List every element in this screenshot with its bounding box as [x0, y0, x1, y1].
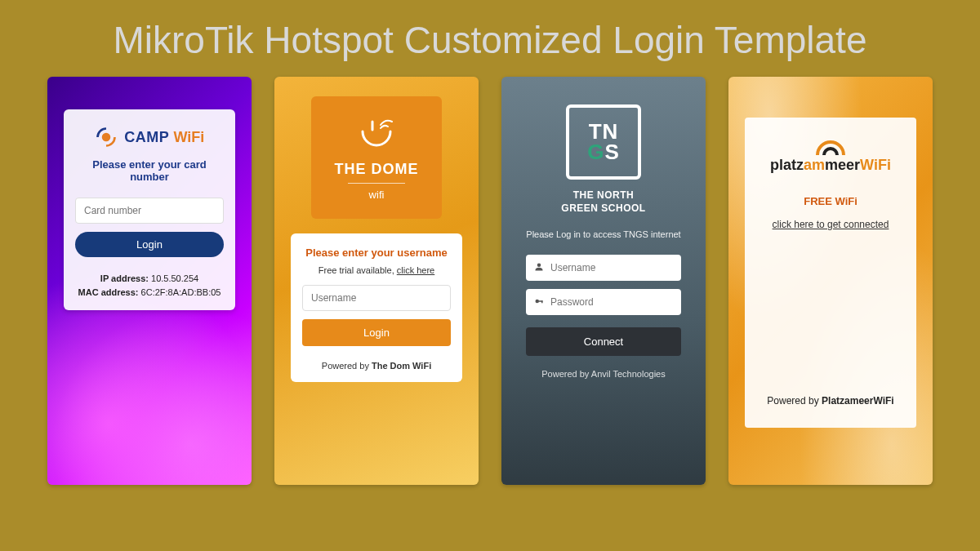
wifi-circle-icon: [95, 129, 121, 143]
card-number-prompt: Please enter your card number: [75, 158, 224, 183]
powered-name: PlatzameerWiFi: [822, 395, 894, 407]
badge-title: THE DOME: [334, 161, 418, 178]
username-prompt: Please enter your username: [302, 247, 451, 259]
password-input[interactable]: [550, 296, 673, 308]
free-trial-link[interactable]: click here: [397, 265, 434, 275]
ip-value: 10.5.50.254: [151, 273, 198, 283]
connect-link[interactable]: click here to get connected: [756, 219, 905, 230]
svg-point-0: [102, 133, 111, 142]
smile-wifi-icon: [356, 115, 397, 154]
connect-button[interactable]: Connect: [526, 327, 681, 356]
template-platzameer: platzammeerWiFi FREE WiFi click here to …: [728, 77, 933, 485]
powered-by: Powered by PlatzameerWiFi: [756, 395, 905, 407]
free-wifi-label: FREE WiFi: [756, 195, 905, 207]
username-input[interactable]: [302, 285, 451, 311]
login-prompt: Please Log in to access TNGS internet: [526, 229, 680, 239]
network-info: IP address: 10.5.50.254 MAC address: 6C:…: [75, 272, 224, 299]
powered-name: The Dom WiFi: [372, 361, 431, 371]
school-name: THE NORTH GREEN SCHOOL: [561, 189, 645, 215]
tngs-logo: TN GS: [566, 104, 641, 180]
mac-value: 6C:2F:8A:AD:BB:05: [141, 287, 221, 297]
template-camp-wifi: CAMP WiFi Please enter your card number …: [47, 77, 252, 485]
user-icon: [534, 260, 550, 275]
powered-prefix: Powered by: [767, 395, 822, 407]
page-title: MikroTik Hotspot Customized Login Templa…: [0, 0, 980, 77]
ip-label: IP address:: [100, 273, 151, 283]
card-number-input[interactable]: [75, 198, 224, 224]
login-card: CAMP WiFi Please enter your card number …: [64, 109, 235, 310]
camp-logo: CAMP WiFi: [75, 126, 224, 149]
brand-wifi: WiFi: [860, 157, 891, 173]
template-tngs: TN GS THE NORTH GREEN SCHOOL Please Log …: [501, 77, 706, 485]
dome-badge: THE DOME wifi: [311, 96, 442, 219]
badge-divider: [348, 183, 405, 184]
key-icon: [534, 295, 550, 309]
brand-platz: platz: [770, 157, 804, 173]
username-field[interactable]: [526, 255, 681, 281]
template-the-dome: THE DOME wifi Please enter your username…: [274, 77, 479, 485]
login-card: Please enter your username Free trial av…: [291, 233, 462, 382]
school-line2: GREEN SCHOOL: [561, 202, 645, 214]
free-trial-text: Free trial available, click here: [302, 265, 451, 275]
brand-logo: platzammeerWiFi: [756, 157, 905, 174]
logo-s: S: [604, 140, 619, 164]
brand-am: am: [804, 157, 825, 173]
login-card: platzammeerWiFi FREE WiFi click here to …: [745, 118, 916, 428]
powered-by: Powered by Anvil Technologies: [541, 369, 665, 379]
school-line1: THE NORTH: [573, 189, 635, 201]
badge-sub: wifi: [369, 189, 385, 201]
login-button[interactable]: Login: [302, 319, 451, 346]
password-field[interactable]: [526, 289, 681, 315]
brand-word-wifi: WiFi: [173, 129, 204, 145]
svg-rect-4: [541, 300, 543, 303]
brand-word-camp: CAMP: [124, 129, 173, 145]
login-button[interactable]: Login: [75, 232, 224, 257]
username-input[interactable]: [550, 262, 673, 273]
logo-g: G: [587, 140, 604, 164]
mac-label: MAC address:: [78, 287, 141, 297]
powered-prefix: Powered by: [322, 361, 372, 371]
trial-prefix: Free trial available,: [318, 265, 397, 275]
templates-row: CAMP WiFi Please enter your card number …: [0, 77, 980, 485]
brand-meer: meer: [825, 157, 860, 173]
powered-by: Powered by The Dom WiFi: [302, 361, 451, 371]
logo-letters: TN GS: [587, 122, 620, 162]
